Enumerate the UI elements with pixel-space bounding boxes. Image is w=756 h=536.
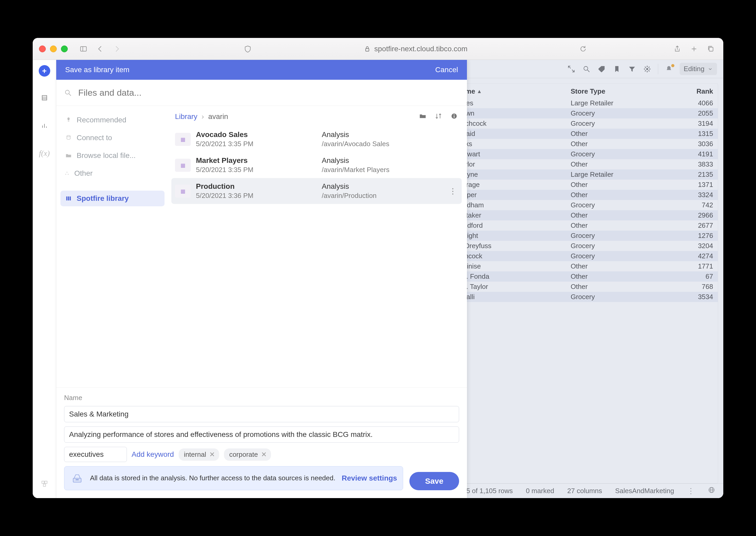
sidebar-toggle[interactable] [77,43,90,55]
table-header: Store Name▲ Store Type Rank [433,84,718,98]
review-settings-link[interactable]: Review settings [342,474,397,483]
svg-point-10 [646,68,648,70]
bookmark-icon[interactable] [612,65,621,74]
dialog-footer: Name Add keyword internal✕ corporate✕ Al… [56,387,467,498]
table-row[interactable]: Alfred TaylorOther3833 [433,159,718,169]
table-row[interactable]: Andrew V. FondaOther67 [433,271,718,282]
new-tab-button[interactable] [688,43,700,55]
sidebar-item-recommended[interactable]: Recommended [60,112,164,128]
svg-line-6 [568,66,570,68]
address-bar[interactable]: spotfire-next.cloud.tibco.com [258,45,573,53]
save-button[interactable]: Save [409,472,459,490]
add-keyword-button[interactable]: Add keyword [132,450,174,459]
chevron-down-icon [707,66,713,72]
sidebar-item-browse[interactable]: Browse local file... [60,148,164,163]
cancel-button[interactable]: Cancel [435,66,458,74]
table-row[interactable]: Allan NeedhamGrocery742 [433,200,718,210]
svg-rect-92 [70,196,71,200]
table-row[interactable]: Alfred WayneLarge Retailer2135 [433,169,718,180]
sidebar-item-connect[interactable]: Connect to [60,130,164,146]
storage-icon [70,471,84,485]
gear-icon[interactable] [643,65,652,74]
dialog-title: Save as library item [65,66,129,74]
search-icon[interactable] [582,65,591,74]
svg-rect-85 [45,481,47,484]
table-row[interactable]: Alfred QuaidOther1315 [433,129,718,139]
remove-chip-icon[interactable]: ✕ [209,451,215,459]
back-button[interactable] [94,43,107,55]
col-rank[interactable]: Rank [682,87,713,95]
table-row[interactable]: Allan WhitakerOther2966 [433,210,718,220]
tabs-button[interactable] [704,43,717,55]
search-input[interactable] [78,87,459,98]
breadcrumb-root[interactable]: Library [175,113,197,121]
forward-button[interactable] [111,43,123,55]
table-row[interactable]: Amanda DreyfussGrocery3204 [433,241,718,251]
file-row[interactable]: ▦ Market Players 5/20/2021 3:35 PM Analy… [171,152,462,178]
search-icon [64,89,72,97]
svg-rect-96 [454,116,455,118]
svg-rect-5 [709,47,713,51]
expand-icon[interactable] [567,65,576,74]
description-input[interactable] [64,426,459,443]
share-button[interactable] [671,43,684,55]
minimize-window[interactable] [50,46,57,52]
file-more-button[interactable]: ⋮ [448,186,458,196]
file-row[interactable]: ▦ Production 5/20/2021 3:36 PM Analysis … [171,178,462,204]
rail-viz-icon[interactable] [38,119,51,132]
file-row[interactable]: ▦ Avocado Sales 5/20/2021 3:35 PM Analys… [171,126,462,152]
table-row[interactable]: Alfred HawnGrocery2055 [433,108,718,118]
table-row[interactable]: Alfred HitchcockGrocery3194 [433,118,718,129]
status-more[interactable]: ⋮ [687,486,695,495]
name-input[interactable] [64,406,459,422]
sort-icon[interactable] [434,112,442,121]
data-table[interactable]: Store Name▲ Store Type Rank Alfred Gries… [432,84,718,484]
table-row[interactable]: Alfred SaksOther3036 [433,139,718,149]
table-row[interactable]: Althea RedfordOther2677 [433,220,718,231]
keyword-chip[interactable]: internal✕ [179,449,219,461]
save-dialog: Save as library item Cancel Recommended … [56,60,467,498]
new-folder-icon[interactable] [419,112,427,121]
svg-line-9 [587,70,589,72]
add-button[interactable]: + [39,65,50,77]
table-row[interactable]: Andrew V. TaylorOther768 [433,282,718,292]
dialog-search [56,80,467,106]
info-icon[interactable] [450,112,458,121]
table-row[interactable]: Alfred GriesLarge Retailer4066 [433,98,718,108]
table-row[interactable]: Allan HopperOther3324 [433,190,718,200]
col-store-type[interactable]: Store Type [570,87,682,95]
maximize-window[interactable] [61,46,68,52]
filter-icon[interactable] [628,65,636,74]
sidebar-item-library[interactable]: Spotfire library [60,191,164,206]
tag-icon[interactable] [597,65,606,74]
close-window[interactable] [39,46,46,52]
dialog-header: Save as library item Cancel [56,60,467,80]
table-row[interactable]: Andrew SiniseOther1771 [433,261,718,271]
keyword-input[interactable] [64,447,127,462]
svg-line-88 [69,94,71,96]
svg-rect-2 [366,49,369,51]
svg-point-8 [584,66,588,70]
sidebar-item-other[interactable]: ∴ Other [60,165,164,181]
mode-selector[interactable]: Editing [680,63,717,75]
globe-icon[interactable] [707,486,715,496]
table-row[interactable]: Amy HitchcockGrocery4274 [433,251,718,261]
table-row[interactable]: Andrew ValliGrocery3534 [433,292,718,302]
table-row[interactable]: Althea WrightGrocery1276 [433,231,718,241]
svg-rect-86 [43,484,46,486]
remove-chip-icon[interactable]: ✕ [261,451,267,459]
keyword-chip[interactable]: corporate✕ [224,449,271,461]
svg-point-89 [67,135,70,137]
browser-window: spotfire-next.cloud.tibco.com [33,38,723,498]
url-text: spotfire-next.cloud.tibco.com [374,45,467,53]
reload-button[interactable] [577,43,589,55]
bell-icon[interactable] [665,65,673,74]
rail-layout-icon[interactable] [38,477,51,490]
rail-fx-icon[interactable]: f(x) [38,147,51,160]
rail-data-icon[interactable] [38,91,51,104]
table-row[interactable]: Aline SchrageOther1371 [433,180,718,190]
titlebar: spotfire-next.cloud.tibco.com [33,38,723,60]
file-thumb-icon: ▦ [175,159,191,172]
shield-icon[interactable] [241,43,254,55]
table-row[interactable]: Alfred StewartGrocery4191 [433,149,718,159]
